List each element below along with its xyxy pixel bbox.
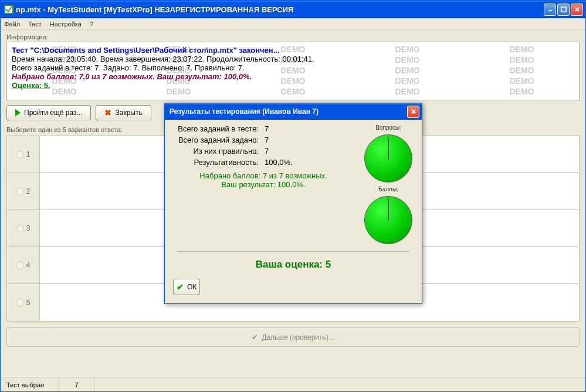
pie-chart-points	[364, 196, 412, 244]
close-test-button-label: Закрыть	[115, 109, 142, 117]
results-dialog: Результаты тестирования (Иванов Иван 7) …	[164, 103, 422, 304]
play-icon	[15, 109, 21, 116]
menubar: Файл Тест Настройка ?	[1, 18, 585, 30]
x-icon: ✖	[104, 108, 111, 117]
close-button[interactable]	[571, 4, 583, 16]
info-line-time: Время начала: 23:05:40. Время завершения…	[12, 55, 574, 63]
check-icon: ✔	[177, 282, 184, 292]
stats-area: Всего заданий в тесте:7 Всего заданий за…	[171, 124, 416, 244]
stat-value: 100,0%.	[265, 158, 293, 167]
close-test-button[interactable]: ✖ Закрыть	[96, 105, 151, 120]
retry-button[interactable]: Пройти ещё раз...	[6, 105, 91, 120]
menu-file[interactable]: Файл	[4, 21, 20, 28]
pie-label-points: Баллы:	[378, 186, 398, 192]
dialog-body: Всего заданий в тесте:7 Всего заданий за…	[165, 120, 422, 303]
grade-text: Ваша оценка: 5	[171, 259, 416, 271]
answer-option-3[interactable]: 3	[7, 224, 39, 232]
stat-label: Из них правильно:	[171, 147, 265, 156]
divider	[177, 251, 410, 252]
stat-label: Результативность:	[171, 158, 265, 167]
pie-label-questions: Вопросы:	[375, 124, 401, 131]
score-text: Набрано баллов: 7 из 7 возможных. Ваш ре…	[171, 171, 356, 189]
pie-charts: Вопросы: Баллы:	[361, 124, 416, 244]
menu-settings[interactable]: Настройка	[50, 21, 82, 28]
check-icon: ✔	[252, 333, 258, 342]
stat-value: 7	[265, 147, 269, 156]
next-button[interactable]: ✔ Дальше (проверить)...	[6, 327, 580, 347]
ok-button-label: ОК	[187, 283, 197, 291]
menu-help[interactable]: ?	[90, 21, 93, 28]
info-line-tasks: Всего заданий в тесте: 7. Задано: 7. Вып…	[12, 63, 574, 72]
info-line-test: Тест "C:\Documents and Settings\User\Раб…	[12, 46, 574, 55]
window-controls	[544, 4, 583, 16]
answer-option-5[interactable]: 5	[7, 299, 39, 307]
ok-button[interactable]: ✔ ОК	[173, 279, 200, 295]
answer-option-4[interactable]: 4	[7, 261, 39, 269]
dialog-title: Результаты тестирования (Иванов Иван 7)	[170, 107, 407, 116]
stat-label: Всего заданий в тесте:	[171, 124, 265, 133]
statusbar: Тест выбран 7	[1, 377, 585, 391]
status-text: Тест выбран	[1, 378, 59, 391]
answer-option-1[interactable]: 1	[7, 150, 39, 158]
info-label: Информация:	[6, 33, 580, 40]
answer-option-2[interactable]: 2	[7, 187, 39, 195]
dialog-titlebar: Результаты тестирования (Иванов Иван 7)	[165, 103, 422, 120]
titlebar: np.mtx - MyTestStudent [MyTestXPro] НЕЗА…	[1, 1, 585, 18]
window-title: np.mtx - MyTestStudent [MyTestXPro] НЕЗА…	[16, 5, 544, 14]
info-line-score: Набрано баллов: 7,0 из 7 возможных. Ваш …	[12, 72, 574, 81]
info-line-grade: Оценка: 5.	[12, 81, 574, 90]
retry-button-label: Пройти ещё раз...	[24, 109, 82, 117]
status-spacer	[94, 378, 585, 391]
stat-value: 7	[265, 136, 269, 144]
minimize-button[interactable]	[544, 4, 556, 16]
stat-value: 7	[265, 124, 269, 133]
menu-test[interactable]: Тест	[28, 21, 42, 28]
dialog-close-button[interactable]	[407, 106, 419, 118]
status-number: 7	[59, 378, 94, 391]
info-box: DEMODEMODEMODEMODEMO DEMODEMODEMODEMODEM…	[6, 42, 580, 100]
stat-label: Всего заданий задано:	[171, 136, 265, 144]
svg-rect-2	[561, 7, 566, 12]
next-button-label: Дальше (проверить)...	[262, 333, 334, 342]
stats-text: Всего заданий в тесте:7 Всего заданий за…	[171, 124, 356, 244]
app-icon	[4, 5, 13, 14]
maximize-button[interactable]	[557, 4, 570, 16]
pie-chart-questions	[364, 134, 412, 183]
